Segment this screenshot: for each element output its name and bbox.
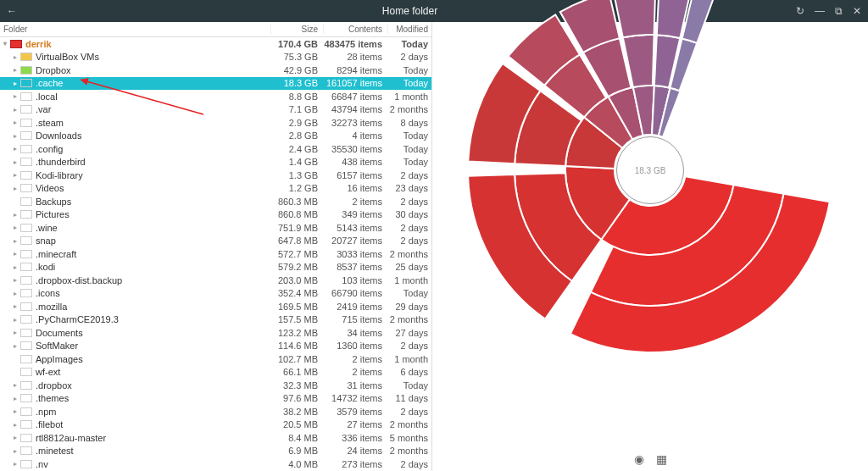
tree-row[interactable]: ▸.mozilla169.5 MB2419 items29 days (0, 300, 431, 313)
tree-row[interactable]: ▸.minecraft572.7 MB3033 items2 months (0, 247, 431, 261)
tree-row[interactable]: ▸.wine751.9 MB5143 items2 days (0, 221, 431, 235)
expand-icon[interactable]: ▸ (10, 106, 20, 114)
expand-icon[interactable]: ▸ (10, 290, 20, 297)
folder-modified: 2 days (387, 52, 431, 62)
tree-row[interactable]: ▸.dropbox-dist.backup203.0 MB103 items1 … (0, 274, 431, 287)
tree-row[interactable]: ▸.config2.4 GB35530 itemsToday (0, 142, 431, 156)
expand-icon[interactable]: ▸ (10, 276, 20, 284)
close-icon[interactable]: ✕ (853, 5, 861, 17)
expand-icon[interactable]: ▸ (10, 211, 20, 219)
expand-icon[interactable]: ▸ (10, 421, 20, 429)
tree-row[interactable]: ▸SoftMaker114.6 MB1360 items2 days (0, 340, 431, 353)
restore-icon[interactable]: ⧉ (835, 5, 843, 17)
folder-modified: 2 months (387, 314, 431, 324)
expand-icon[interactable]: ▸ (10, 53, 20, 61)
tree-row[interactable]: ▸.icons352.4 MB66790 itemsToday (0, 287, 431, 301)
expand-icon[interactable]: ▸ (10, 381, 20, 389)
tree-row[interactable]: ▸.cache18.3 GB161057 itemsToday (0, 77, 431, 91)
folder-size: 18.3 GB (270, 78, 323, 88)
tree-row[interactable]: ▸.dropbox32.3 MB31 itemsToday (0, 379, 431, 392)
tree-row[interactable]: ▾derrik170.4 GB483475 itemsToday (0, 37, 431, 51)
header-size[interactable]: Size (270, 25, 323, 34)
sunburst-chart[interactable]: 18.3 GB (489, 86, 811, 407)
header-folder[interactable]: Folder (0, 25, 270, 34)
expand-icon[interactable]: ▸ (10, 329, 20, 336)
folder-name: Dropbox (36, 65, 270, 75)
minimize-icon[interactable]: — (815, 5, 825, 17)
color-swatch (20, 250, 32, 258)
tree-row[interactable]: ▸.themes97.6 MB14732 items11 days (0, 392, 431, 406)
tree-row[interactable]: ▸.nv4.0 MB273 items2 days (0, 457, 431, 471)
expand-icon[interactable]: ▸ (10, 263, 20, 271)
tree-row[interactable]: ▸VirtualBox VMs75.3 GB28 items2 days (0, 51, 431, 64)
expand-icon[interactable]: ▸ (10, 80, 20, 87)
main-content: Folder Size Contents Modified ▾derrik170… (0, 22, 868, 471)
tree-row[interactable]: wf-ext66.1 MB2 items6 days (0, 366, 431, 380)
tree-row[interactable]: ▸snap647.8 MB20727 items2 days (0, 235, 431, 248)
tree-row[interactable]: ▸Videos1.2 GB16 items23 days (0, 182, 431, 196)
folder-size: 860.3 MB (270, 197, 323, 207)
expand-icon[interactable]: ▸ (10, 302, 20, 310)
header-modified[interactable]: Modified (387, 25, 431, 34)
folder-modified: Today (387, 78, 431, 88)
folder-modified: 2 months (387, 249, 431, 259)
tree-row[interactable]: ▸.filebot20.5 MB27 items2 months (0, 418, 431, 432)
expand-icon[interactable]: ▸ (10, 460, 20, 468)
expand-icon[interactable]: ▸ (10, 316, 20, 324)
expand-icon[interactable]: ▸ (10, 434, 20, 441)
tree-row[interactable]: ▸Documents123.2 MB34 items27 days (0, 326, 431, 340)
tree-row[interactable]: AppImages102.7 MB2 items1 month (0, 352, 431, 366)
tree-row[interactable]: ▸.PyCharmCE2019.3157.5 MB715 items2 mont… (0, 313, 431, 327)
folder-size: 6.9 MB (270, 446, 323, 456)
folder-size: 2.8 GB (270, 130, 323, 141)
folder-contents: 5143 items (323, 223, 387, 233)
sunburst-segment[interactable] (614, 0, 655, 37)
tree-row[interactable]: ▸.npm38.2 MB3579 items2 days (0, 405, 431, 418)
tree-row[interactable]: ▸Pictures860.8 MB349 items30 days (0, 208, 431, 222)
tree-row[interactable]: ▸rtl8812au-master8.4 MB336 items5 months (0, 431, 431, 445)
back-button[interactable]: ← (7, 5, 24, 17)
column-headers[interactable]: Folder Size Contents Modified (0, 22, 431, 37)
expand-icon[interactable]: ▸ (10, 132, 20, 140)
expand-icon[interactable]: ▸ (10, 342, 20, 350)
expand-icon[interactable]: ▸ (10, 395, 20, 402)
folder-size: 20.5 MB (270, 419, 323, 429)
tree-row[interactable]: ▸Dropbox42.9 GB8294 itemsToday (0, 64, 431, 77)
expand-icon[interactable]: ▸ (10, 407, 20, 415)
chart-center-label[interactable]: 18.3 GB (616, 136, 684, 204)
folder-modified: 2 months (387, 419, 431, 429)
expand-icon[interactable]: ▸ (10, 250, 20, 258)
tree-row[interactable]: ▸.minetest6.9 MB24 items2 months (0, 445, 431, 458)
expand-icon[interactable]: ▸ (10, 66, 20, 74)
color-swatch (20, 184, 32, 192)
expand-icon[interactable]: ▸ (10, 145, 20, 152)
tree-row[interactable]: ▸.kodi579.2 MB8537 items25 days (0, 261, 431, 274)
tree-row[interactable]: ▸Downloads2.8 GB4 itemsToday (0, 130, 431, 143)
expand-icon[interactable]: ▸ (10, 185, 20, 192)
tree-row[interactable]: ▸.thunderbird1.4 GB438 itemsToday (0, 156, 431, 169)
folder-name: Downloads (36, 130, 270, 141)
tree-row[interactable]: ▸.var7.1 GB43794 items2 months (0, 103, 431, 117)
chart-panel: 18.3 GB ◉ ▦ (432, 22, 868, 471)
expand-icon[interactable]: ▸ (10, 119, 20, 126)
expand-icon[interactable]: ▸ (10, 447, 20, 455)
rings-view-icon[interactable]: ◉ (634, 452, 644, 466)
expand-icon[interactable]: ▸ (10, 171, 20, 179)
folder-tree[interactable]: ▾derrik170.4 GB483475 itemsToday▸Virtual… (0, 37, 431, 471)
tree-row[interactable]: ▸.steam2.9 GB32273 items8 days (0, 116, 431, 130)
header-contents[interactable]: Contents (323, 25, 387, 34)
tree-row[interactable]: Backups860.3 MB2 items2 days (0, 195, 431, 208)
folder-name: wf-ext (36, 367, 270, 377)
expand-icon[interactable]: ▸ (10, 224, 20, 231)
expand-icon[interactable]: ▾ (0, 40, 10, 47)
expand-icon[interactable]: ▸ (10, 237, 20, 245)
folder-size: 1.4 GB (270, 157, 323, 167)
tree-row[interactable]: ▸Kodi-library1.3 GB6157 items2 days (0, 169, 431, 182)
folder-contents: 4 items (323, 130, 387, 141)
refresh-icon[interactable]: ↻ (796, 5, 804, 17)
treemap-view-icon[interactable]: ▦ (656, 452, 667, 466)
tree-row[interactable]: ▸.local8.8 GB66847 items1 month (0, 90, 431, 103)
folder-modified: Today (387, 144, 431, 154)
expand-icon[interactable]: ▸ (10, 158, 20, 166)
expand-icon[interactable]: ▸ (10, 92, 20, 100)
